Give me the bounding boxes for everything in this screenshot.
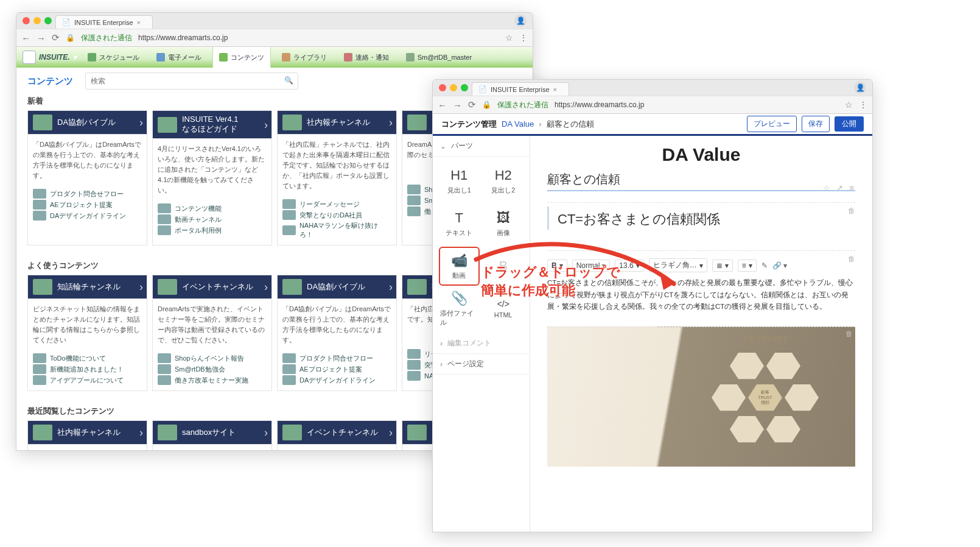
search-icon[interactable]: 🔍 [284,76,293,85]
card-thumb [282,425,302,440]
content-card[interactable]: INSUITE Ver4.1 なるほどガイド›4月にリリースされたVer4.1の… [152,110,272,245]
tab-close-icon[interactable]: × [137,19,141,26]
canvas-subtitle[interactable]: 顧客との信頼 [547,171,855,191]
link-thumb [33,364,46,374]
minimize-dot[interactable] [450,84,457,91]
card-link[interactable]: DAデザインガイドライン [282,375,391,386]
card-link[interactable]: ポータル利用例 [158,225,267,236]
card-thumb [407,115,427,130]
card-link[interactable]: 動画チャンネル [158,214,267,225]
close-dot[interactable] [439,84,446,91]
nav-schedule[interactable]: スケジュール [82,53,145,62]
part-h2[interactable]: H2見出し2 [485,163,523,199]
reload-icon[interactable]: ⟳ [468,99,476,110]
card-link[interactable]: コンテンツ機能 [158,203,267,214]
canvas-title[interactable]: DA Value [547,144,855,165]
minimize-dot[interactable] [33,17,41,24]
image-block[interactable]: 🗑 DA VALUES 顧客 TRUST 信頼 [547,326,855,467]
bell-icon [344,53,352,62]
part-h1[interactable]: H1見出し1 [440,163,478,199]
content-card[interactable]: 社内報チャンネル›「社内広報」チャンネルでは、社内で起 [27,420,147,451]
card-link[interactable]: 働き方改革セミナー実施 [158,375,267,386]
card-link[interactable]: リーダーメッセージ [282,199,391,210]
content-card[interactable]: 社内報チャンネル›「社内広報」チャンネルでは、社内で起きた出来事を隔週木曜日に配… [277,110,397,245]
card-link[interactable]: AEプロジェクト提案 [33,199,142,210]
forward-icon[interactable]: → [453,100,462,110]
trash-icon[interactable]: 🗑 [848,206,855,215]
save-button[interactable]: 保存 [802,116,830,132]
forward-icon[interactable]: → [37,33,46,43]
side-parts-row[interactable]: ⌄パーツ [433,136,530,157]
profile-avatar-icon[interactable]: 👤 [854,82,866,94]
nav-notice[interactable]: 連絡・通知 [338,53,395,62]
kebab-menu-icon[interactable]: ⋮ [519,33,528,43]
chevron-right-icon: › [539,119,541,129]
zoom-dot[interactable] [44,17,52,24]
link-label: 動画チャンネル [175,215,222,224]
search-input[interactable] [85,72,298,90]
card-link[interactable]: 新機能追加されました！ [33,364,142,375]
tab-close-icon[interactable]: × [553,86,557,93]
reload-icon[interactable]: ⟳ [52,32,60,43]
card-link[interactable]: NAHAマラソンを駆け抜けろ！ [282,221,391,240]
share-icon[interactable]: ↗ [836,183,843,192]
eyedropper-icon[interactable]: ✎ [761,261,768,270]
nav-contents[interactable]: コンテンツ [212,47,271,68]
nav-smartdb[interactable]: Sm@rtDB_master [400,53,478,62]
browser-tab[interactable]: 📄 INSUITE Enterprise × [472,82,569,96]
star-icon[interactable]: ☆ [823,183,830,192]
more-icon[interactable]: ≡ [849,183,854,192]
close-dot[interactable] [23,17,30,24]
nav-library[interactable]: ライブラリ [276,53,333,62]
hex-tile [730,415,764,444]
content-card[interactable]: 知話輪チャンネル›ビジネスチャット知話輪の情報をまとめたチャンネルになります。知… [27,275,147,391]
brand-logo[interactable]: INSUITE. ▾ [23,51,77,64]
card-link[interactable]: DAデザインガイドライン [33,210,142,221]
content-card[interactable]: DA協創バイブル›「DA協創バイブル」はDreamArtsでの業務を行う上での、… [27,110,147,245]
crumb-mid[interactable]: DA Value [502,119,534,129]
card-desc: 「DA協創バイブル」はDreamArtsでの業務を行う上での、基本的な考え方手法… [278,298,396,350]
page-title: コンテンツ [27,76,73,87]
quote-text[interactable]: CT=お客さまとの信頼関係 [547,206,855,230]
content-card[interactable]: sandboxサイト›コンテンツをちょっと試してみたい [152,420,272,451]
url-text[interactable]: https://www.dreamarts.co.jp [138,34,228,42]
profile-avatar-icon[interactable]: 👤 [514,15,527,27]
list-toggle[interactable]: ≣ ▾ [712,259,733,272]
kebab-menu-icon[interactable]: ⋮ [859,100,867,110]
side-page-settings[interactable]: ›ページ設定 [433,354,530,375]
content-card[interactable]: イベントチャンネル›DreamArtsで実施された、イベント [277,420,397,451]
bookmark-star-icon[interactable]: ☆ [505,33,513,43]
trash-icon[interactable]: 🗑 [845,330,853,338]
card-link[interactable]: アイデアプールについて [33,375,142,386]
side-edit-comment[interactable]: ›編集コメント [433,333,530,354]
quote-block[interactable]: 🗑 CT=お客さまとの信頼関係 [547,202,855,230]
zoom-dot[interactable] [461,84,468,91]
card-thumb [158,279,177,295]
bookmark-star-icon[interactable]: ☆ [845,100,853,110]
align-toggle[interactable]: ≡ ▾ [738,259,757,272]
card-link[interactable]: プロダクト問合せフロー [282,353,391,364]
link-label: 突撃となりのDA社員 [299,211,362,220]
trash-icon[interactable]: 🗑 [848,255,855,263]
back-icon[interactable]: ← [438,100,447,110]
part-text[interactable]: Tテキスト [440,205,478,242]
hex-tile [785,383,819,412]
url-text[interactable]: https://www.dreamarts.co.jp [555,101,644,109]
nav-mail[interactable]: 電子メール [150,53,208,62]
publish-button[interactable]: 公開 [835,116,864,132]
browser-tab[interactable]: 📄 INSUITE Enterprise × [55,15,153,29]
link-thumb [407,360,421,370]
card-link[interactable]: 突撃となりのDA社員 [282,210,391,221]
card-link[interactable]: ToDo機能について [33,353,142,364]
part-image[interactable]: 🖼画像 [485,205,523,242]
card-link[interactable]: Shopらんイベント報告 [158,353,267,364]
card-link[interactable]: AEプロジェクト提案 [282,364,391,375]
back-icon[interactable]: ← [21,33,30,43]
content-card[interactable]: イベントチャンネル›DreamArtsで実施された、イベントセミナー等をご紹介。… [152,275,272,391]
content-card[interactable]: DA協創バイブル›「DA協創バイブル」はDreamArtsでの業務を行う上での、… [277,275,397,391]
preview-button[interactable]: プレビュー [747,116,797,132]
mail-icon [156,53,165,62]
card-link[interactable]: Sm@rtDB勉強会 [158,364,267,375]
card-link[interactable]: プロダクト問合せフロー [33,188,142,199]
link-icon[interactable]: 🔗 ▾ [772,261,787,270]
